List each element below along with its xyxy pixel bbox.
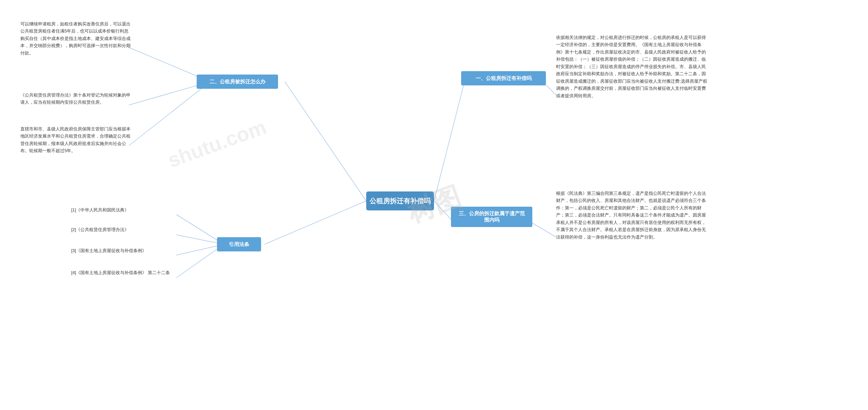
cite-item-4: [4]《国有土地上房屋征收与补偿条例》 第二十二条	[71, 269, 170, 276]
connector-lines	[0, 0, 868, 410]
svg-line-12	[532, 223, 556, 237]
svg-line-6	[129, 82, 210, 146]
text-block-tr1: 依据相关法律的规定，对公租房进行拆迁的时候，公租房的承租人是可以获得一定经济补偿…	[556, 34, 709, 99]
node-l1-citations: 引用法条	[217, 237, 261, 251]
watermark2: shutu.com	[165, 115, 270, 172]
text-block-br1: 根据《民法典》第三编合同第三条规定，遗产是指公民死亡时遗留的个人合法财产，包括公…	[556, 190, 709, 241]
node-l1-inheritance: 三、公房的拆迁款属于遗产范围内吗	[451, 207, 532, 227]
cite-item-3: [3]《国有土地上房屋征收与补偿条例》	[71, 247, 146, 254]
svg-line-8	[176, 235, 224, 244]
text-block-tl1: 可以继续申请租房，如租住者购买改善住房后，可以退出公共租赁房租住者住满5年后，也…	[20, 20, 132, 57]
cite-item-1: [1]《中华人民共和国民法典》	[71, 207, 129, 214]
svg-line-2	[434, 82, 465, 201]
svg-line-0	[285, 82, 366, 201]
svg-line-9	[176, 244, 224, 255]
svg-line-10	[176, 244, 224, 278]
canvas: 树图 shutu.com 公租房拆迁有补偿吗 二、公租房被拆迁怎么办 引用法条	[0, 0, 868, 410]
text-block-tl3: 直辖市和市、县级人民政府住房保障主管部门应当根据本地区经济发展水平和公共租赁住房…	[20, 125, 132, 155]
svg-line-7	[176, 214, 224, 244]
text-block-tl2: 《公共租赁住房管理办法》第十条对登记为轮候对象的申请人，应当在轮候期内安排公共租…	[20, 91, 132, 106]
node-l1-demolition-how: 二、公租房被拆迁怎么办	[197, 75, 278, 89]
center-node: 公租房拆迁有补偿吗	[366, 191, 434, 210]
node-l1-compensation: 一、公租房拆迁有补偿吗	[461, 71, 546, 85]
svg-line-1	[264, 201, 366, 244]
cite-item-2: [2]《公共租赁住房管理办法》	[71, 226, 129, 233]
